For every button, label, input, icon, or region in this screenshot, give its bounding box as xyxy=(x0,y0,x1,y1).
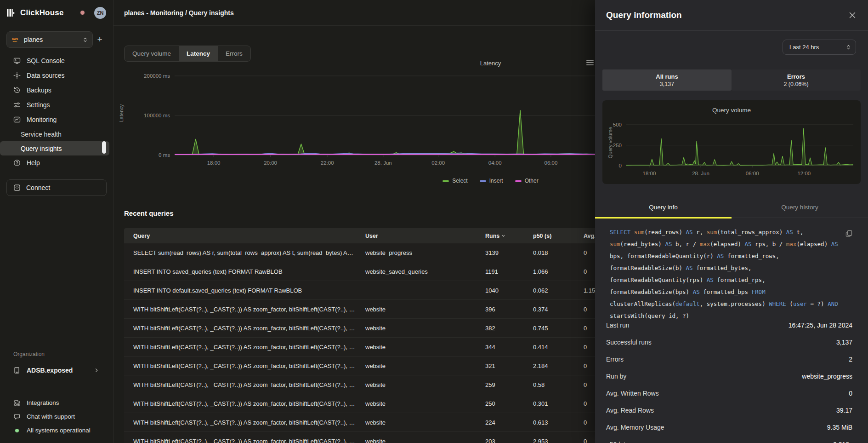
legend-item[interactable]: Select xyxy=(443,178,467,184)
app-root: ClickHouse ZN aws planes + xyxy=(0,0,868,443)
connect-label: Connect xyxy=(26,184,50,191)
sql-token: ( xyxy=(789,300,793,307)
sidebar-item-system-status[interactable]: All systems operational xyxy=(0,423,113,437)
latency-chart[interactable]: 200000 ms100000 ms0 ms18:0020:0022:0028.… xyxy=(113,59,595,172)
detail-label: Last run xyxy=(606,322,630,329)
sidebar-divider xyxy=(0,388,113,388)
svg-text:18:00: 18:00 xyxy=(643,171,656,176)
p50-cell: 2.184 xyxy=(533,362,584,369)
runs-errors-toggle: All runs 3,137 Errors 2 (0.06%) xyxy=(602,69,861,91)
p50-cell: 0.613 xyxy=(533,419,584,426)
sql-token: , system.processes) xyxy=(700,300,769,307)
column-header-query[interactable]: Query xyxy=(133,233,365,239)
backups-icon xyxy=(13,86,21,94)
legend-item[interactable]: Other xyxy=(515,178,539,184)
runs-cell: 259 xyxy=(485,381,533,388)
toggle-errors[interactable]: Errors 2 (0.06%) xyxy=(732,69,861,91)
sql-token: default xyxy=(675,300,700,307)
svg-text:0 ms: 0 ms xyxy=(159,152,170,158)
breadcrumb: planes - Monitoring / Query insights xyxy=(124,9,234,17)
legend-item[interactable]: Insert xyxy=(480,178,503,184)
all-runs-label: All runs xyxy=(656,73,678,80)
sql-token: AS xyxy=(665,241,675,247)
chart-context-menu-icon[interactable] xyxy=(586,60,594,67)
sql-token: (elapsed) xyxy=(796,241,831,247)
svg-text:06:00: 06:00 xyxy=(746,171,759,176)
sql-token: (total_rows_approx) xyxy=(717,229,786,236)
detail-label: Run by xyxy=(606,373,626,380)
detail-value: 9.35 MiB xyxy=(827,424,852,431)
query-volume-card: Query volume Query volume 500250018:0028… xyxy=(602,100,861,184)
detail-value: 0 xyxy=(849,390,852,397)
tab-query-info[interactable]: Query info xyxy=(595,197,732,218)
sidebar-item-query-insights[interactable]: Query insights xyxy=(0,141,109,155)
sidebar-item-settings[interactable]: Settings xyxy=(0,98,113,112)
user-cell: website xyxy=(365,306,485,313)
clickhouse-logo-icon[interactable] xyxy=(7,9,16,17)
column-header-p50[interactable]: p50 (s) xyxy=(533,233,584,239)
sql-token: FROM xyxy=(752,288,766,295)
detail-value: 0.018s xyxy=(833,441,852,443)
settings-sliders-icon xyxy=(13,101,21,109)
sql-token: (elapsed) xyxy=(710,241,744,247)
legend-swatch xyxy=(515,180,522,182)
close-icon[interactable] xyxy=(849,12,856,19)
sql-token: max xyxy=(786,241,797,247)
p50-cell: 0.414 xyxy=(533,344,584,351)
toggle-all-runs[interactable]: All runs 3,137 xyxy=(602,69,732,91)
sql-token: WHERE xyxy=(769,300,789,307)
legend-swatch xyxy=(480,180,486,182)
query-cell: SELECT sum(read_rows) AS r, sum(total_ro… xyxy=(133,249,365,256)
runs-cell: 203 xyxy=(485,438,533,443)
detail-row: Avg. Memory Usage 9.35 MiB xyxy=(606,419,852,436)
sidebar-item-label: Settings xyxy=(27,101,50,109)
detail-value: 39.17 xyxy=(836,407,852,414)
sidebar-item-service-health[interactable]: Service health xyxy=(0,127,113,141)
svg-text:200000 ms: 200000 ms xyxy=(144,73,170,79)
runs-cell: 250 xyxy=(485,400,533,407)
chat-bubble-icon xyxy=(13,413,21,420)
svg-text:500: 500 xyxy=(613,122,622,127)
column-header-runs[interactable]: Runs xyxy=(485,233,533,239)
query-cell: WITH bitShiftLeft(CAST(?..), _CAST(?..))… xyxy=(133,400,365,407)
legend-label: Other xyxy=(525,178,539,184)
sql-token: sum xyxy=(634,229,645,236)
sidebar-item-help[interactable]: Help xyxy=(0,155,113,170)
user-cell: website xyxy=(365,419,485,426)
runs-cell: 224 xyxy=(485,419,533,426)
sidebar-item-backups[interactable]: Backups xyxy=(0,83,113,98)
time-range-select[interactable]: Last 24 hrs xyxy=(783,40,856,55)
sidebar-item-integrations[interactable]: Integrations xyxy=(0,396,113,410)
user-cell: website xyxy=(365,325,485,332)
sql-token: AS xyxy=(707,276,717,283)
project-selector[interactable]: aws planes xyxy=(6,31,93,48)
sidebar-item-chat-support[interactable]: Chat with support xyxy=(0,409,113,424)
sql-token: AS xyxy=(717,253,727,259)
avatar[interactable]: ZN xyxy=(94,7,106,19)
connect-button[interactable]: Connect xyxy=(6,179,107,196)
svg-text:12:00: 12:00 xyxy=(797,171,811,176)
scrollbar-thumb[interactable] xyxy=(102,141,106,154)
errors-value: 2 (0.06%) xyxy=(783,81,808,87)
copy-icon[interactable] xyxy=(845,230,852,237)
sidebar-item-label: Help xyxy=(27,159,40,167)
sql-code-block: SELECT sum(read_rows) AS r, sum(total_ro… xyxy=(610,226,847,322)
organization-selector[interactable]: ADSB.exposed xyxy=(0,363,113,378)
column-header-user[interactable]: User xyxy=(365,233,485,239)
runs-cell: 396 xyxy=(485,306,533,313)
sidebar-item-label: Monitoring xyxy=(27,116,57,123)
sidebar-item-data-sources[interactable]: Data sources xyxy=(0,68,113,83)
svg-text:22:00: 22:00 xyxy=(321,160,334,166)
sql-token: user xyxy=(793,300,811,307)
sidebar-item-label: Backups xyxy=(27,86,51,94)
svg-text:06:00: 06:00 xyxy=(545,160,558,166)
tab-query-history[interactable]: Query history xyxy=(732,197,868,218)
sidebar-item-sql-console[interactable]: SQL Console xyxy=(0,53,113,68)
data-sources-icon xyxy=(13,72,21,79)
connect-icon xyxy=(13,184,21,191)
sort-chevron-icon xyxy=(501,234,505,238)
detail-label: Successful runs xyxy=(606,339,652,346)
detail-row: Successful runs 3,137 xyxy=(606,334,852,351)
add-service-button[interactable]: + xyxy=(93,33,107,46)
sidebar-item-monitoring[interactable]: Monitoring xyxy=(0,112,113,127)
